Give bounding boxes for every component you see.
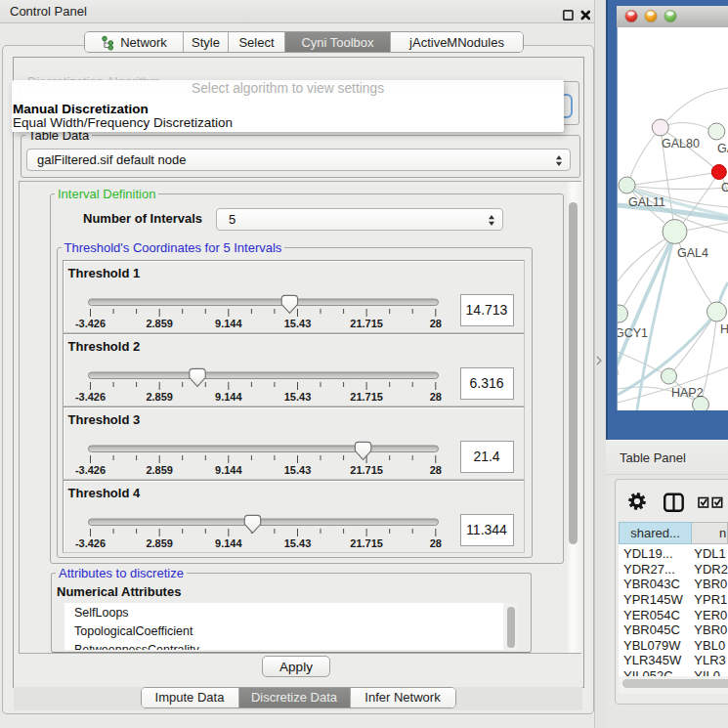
svg-text:H: H xyxy=(720,322,728,336)
svg-text:GAL11: GAL11 xyxy=(628,195,665,209)
svg-text:GCY1: GCY1 xyxy=(618,326,648,340)
svg-text:GAL80: GAL80 xyxy=(662,137,700,150)
svg-text:GAL4: GAL4 xyxy=(677,246,708,260)
svg-text:C: C xyxy=(721,181,728,194)
svg-text:HAP2: HAP2 xyxy=(671,386,704,400)
svg-text:GA: GA xyxy=(717,142,728,155)
